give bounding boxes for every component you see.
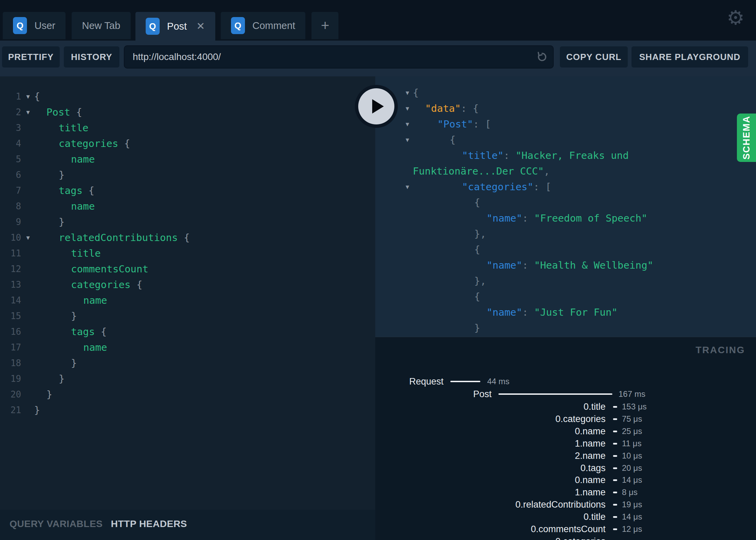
trace-field-row: 1.name 11 μs bbox=[375, 438, 756, 449]
line-code: } bbox=[413, 320, 480, 336]
line-number: 16 bbox=[0, 324, 21, 340]
line-code: "name": "Health & Wellbeing" bbox=[413, 257, 653, 273]
code-token: { bbox=[413, 87, 419, 99]
line-code: "name": "Just For Fun" bbox=[413, 304, 617, 320]
collapse-arrow-icon[interactable]: ▼ bbox=[403, 85, 412, 101]
response-line: ▼ "Post": [ bbox=[375, 116, 756, 132]
code-token: : bbox=[522, 212, 534, 224]
tab-new-tab[interactable]: New Tab bbox=[72, 12, 130, 39]
schema-side-tab[interactable]: SCHEMA bbox=[737, 114, 756, 162]
share-playground-button[interactable]: SHARE PLAYGROUND bbox=[631, 46, 748, 68]
code-token: "Health & Wellbeing" bbox=[534, 259, 653, 271]
query-badge: Q bbox=[146, 18, 160, 35]
response-line: } bbox=[375, 320, 756, 336]
line-number: 17 bbox=[0, 340, 21, 355]
code-token: tags bbox=[71, 326, 101, 338]
line-code: "name": "Freedom of Speech" bbox=[413, 210, 647, 226]
trace-time: 75 μs bbox=[622, 414, 642, 424]
http-headers-toggle[interactable]: HTTP HEADERS bbox=[111, 519, 187, 529]
trace-label: 0.title bbox=[375, 401, 606, 412]
code-token: "data" bbox=[425, 103, 461, 114]
line-code: "title": "Hacker, Freaks und bbox=[413, 148, 629, 163]
fold-arrow-icon[interactable]: ▼ bbox=[22, 230, 34, 245]
code-token: } bbox=[59, 169, 64, 181]
code-token: "Just For Fun" bbox=[534, 306, 617, 318]
trace-field-row: 0.title 153 μs bbox=[375, 401, 756, 412]
trace-dash bbox=[613, 406, 617, 408]
line-code: { bbox=[413, 195, 480, 210]
settings-gear-icon[interactable]: ⚙ bbox=[725, 5, 746, 30]
code-token: "name" bbox=[486, 212, 522, 224]
line-number: 10 bbox=[0, 230, 21, 245]
trace-time: 25 μs bbox=[622, 426, 642, 437]
code-token: { bbox=[124, 138, 130, 149]
code-token: } bbox=[46, 389, 52, 400]
editor-line: 6 } bbox=[0, 167, 375, 183]
code-token: name bbox=[83, 295, 107, 306]
collapse-arrow-icon[interactable]: ▼ bbox=[403, 101, 412, 116]
line-number: 8 bbox=[0, 198, 21, 214]
history-button[interactable]: HISTORY bbox=[64, 46, 119, 68]
tab-label: Comment bbox=[252, 20, 295, 31]
response-line: ▼ { bbox=[375, 132, 756, 148]
query-badge: Q bbox=[231, 17, 245, 34]
trace-field-row: 0.categories bbox=[375, 536, 756, 540]
line-code: title bbox=[34, 245, 101, 261]
trace-field-row: 0.categories 75 μs bbox=[375, 414, 756, 424]
editor-line: 19 } bbox=[0, 371, 375, 387]
code-token: { bbox=[474, 197, 480, 208]
code-token: : bbox=[522, 259, 534, 271]
fold-arrow-icon[interactable]: ▼ bbox=[22, 89, 34, 104]
line-code: name bbox=[34, 340, 107, 355]
trace-label: Post bbox=[375, 389, 492, 400]
response-line: "title": "Hacker, Freaks und bbox=[375, 148, 756, 163]
response-line: ▼ { bbox=[375, 85, 756, 101]
code-token: } bbox=[59, 373, 64, 385]
collapse-arrow-icon[interactable]: ▼ bbox=[403, 116, 412, 132]
new-tab-plus-button[interactable]: + bbox=[311, 12, 338, 39]
collapse-arrow-icon[interactable]: ▼ bbox=[403, 179, 412, 195]
query-variables-toggle[interactable]: QUERY VARIABLES bbox=[10, 519, 103, 529]
close-icon[interactable]: ✕ bbox=[197, 21, 205, 31]
editor-line: 4 categories { bbox=[0, 136, 375, 151]
tracing-header[interactable]: TRACING bbox=[696, 345, 745, 356]
trace-time: 44 ms bbox=[487, 376, 509, 387]
trace-time: 14 μs bbox=[622, 511, 642, 522]
trace-label: 1.name bbox=[375, 438, 606, 449]
trace-field-row: 0.tags 20 μs bbox=[375, 463, 756, 474]
response-line: { bbox=[375, 242, 756, 257]
collapse-arrow-icon[interactable]: ▼ bbox=[403, 132, 412, 148]
query-editor[interactable]: 1 ▼ { 2 ▼ Post { 3 title 4 categories { … bbox=[0, 76, 375, 510]
line-code: { bbox=[413, 85, 419, 101]
copy-curl-button[interactable]: COPY CURL bbox=[560, 46, 628, 68]
code-token: { bbox=[136, 279, 142, 290]
line-code: relatedContributions { bbox=[34, 230, 190, 245]
code-token: : [ bbox=[473, 118, 491, 130]
code-token: { bbox=[101, 326, 106, 338]
code-token: , bbox=[544, 165, 550, 177]
code-token: } bbox=[474, 322, 480, 334]
tab-comment[interactable]: Q Comment bbox=[221, 12, 306, 39]
line-code: } bbox=[34, 167, 64, 183]
execute-query-button[interactable] bbox=[355, 85, 398, 128]
reload-icon[interactable] bbox=[536, 51, 548, 63]
prettify-button[interactable]: PRETTIFY bbox=[2, 46, 60, 68]
trace-field-row: 0.title 14 μs bbox=[375, 511, 756, 522]
fold-arrow-icon[interactable]: ▼ bbox=[22, 104, 34, 120]
line-number: 2 bbox=[0, 104, 21, 120]
editor-line: 12 commentsCount bbox=[0, 261, 375, 277]
code-token: : [ bbox=[534, 181, 551, 193]
code-token: }, bbox=[474, 275, 486, 287]
tab-user[interactable]: Q User bbox=[3, 12, 66, 39]
line-number: 11 bbox=[0, 245, 21, 261]
trace-row-root: Post 167 ms bbox=[375, 389, 756, 400]
trace-label: 0.name bbox=[375, 426, 606, 437]
trace-label: 0.name bbox=[375, 475, 606, 485]
endpoint-url-input[interactable] bbox=[124, 45, 554, 69]
response-line: "name": "Freedom of Speech" bbox=[375, 210, 756, 226]
trace-time: 8 μs bbox=[622, 487, 638, 498]
code-token: relatedContributions bbox=[59, 232, 184, 243]
code-token: { bbox=[34, 91, 40, 102]
code-token: }, bbox=[474, 228, 486, 240]
tab-post[interactable]: Q Post ✕ bbox=[135, 12, 215, 41]
